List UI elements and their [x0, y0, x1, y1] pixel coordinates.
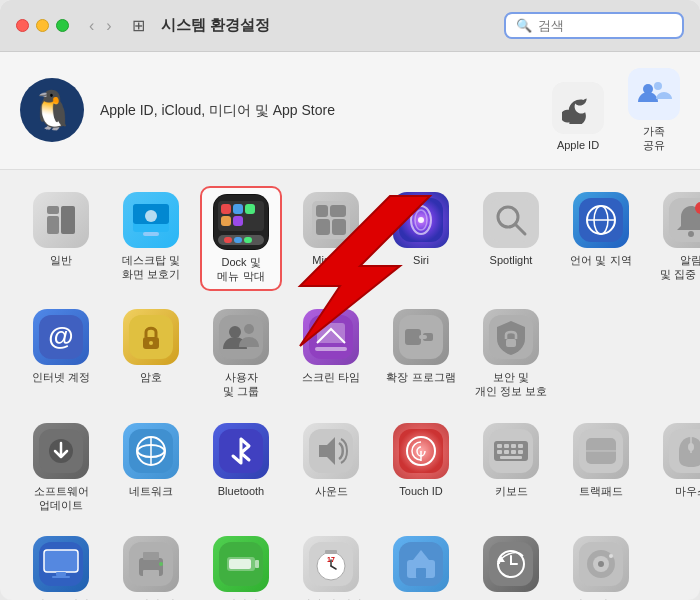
- display-icon: [33, 536, 89, 592]
- software-icon: [33, 423, 89, 479]
- svg-rect-19: [244, 237, 252, 243]
- svg-rect-101: [325, 550, 337, 554]
- sidebar-item-user[interactable]: 사용자및 그룹: [200, 303, 282, 405]
- siri-icon: [393, 192, 449, 248]
- mission-label: MissionControl: [312, 253, 349, 282]
- svg-rect-22: [330, 205, 346, 217]
- sidebar-item-touchid[interactable]: Touch ID: [380, 417, 462, 519]
- datetime-icon: 17: [303, 536, 359, 592]
- touchid-icon: [393, 423, 449, 479]
- minimize-button[interactable]: [36, 19, 49, 32]
- notification-icon: !: [663, 192, 700, 248]
- sidebar-item-siri[interactable]: Siri: [380, 186, 462, 292]
- svg-point-84: [688, 443, 694, 451]
- avatar: 🐧: [20, 78, 84, 142]
- sidebar-item-extension[interactable]: 확장 프로그램: [380, 303, 462, 405]
- sidebar-item-notification[interactable]: ! 알림및 집중 모드: [650, 186, 700, 292]
- password-icon: [123, 309, 179, 365]
- sidebar-item-sharing[interactable]: 공유: [380, 530, 462, 600]
- svg-rect-54: [405, 329, 421, 345]
- sidebar-item-datetime[interactable]: 17 날짜 및 시간: [290, 530, 372, 600]
- sidebar-item-screentime[interactable]: 스크린 타임: [290, 303, 372, 405]
- profile-section[interactable]: 🐧 Apple ID, iCloud, 미디어 및 App Store Appl…: [0, 52, 700, 170]
- sidebar-item-bluetooth[interactable]: Bluetooth: [200, 417, 282, 519]
- sidebar-item-timemachine[interactable]: TimeMachine: [470, 530, 552, 600]
- apple-id-icon: [552, 82, 604, 134]
- apple-id-item[interactable]: Apple ID: [552, 82, 604, 152]
- system-preferences-window: ‹ › ⊞ 시스템 환경설정 🔍 🐧 Apple ID, iCloud, 미디어…: [0, 0, 700, 600]
- sidebar-item-display[interactable]: 디스플레이: [20, 530, 102, 600]
- touchid-label: Touch ID: [399, 484, 442, 498]
- svg-rect-3: [47, 216, 59, 234]
- keyboard-icon: [483, 423, 539, 479]
- svg-rect-92: [143, 570, 159, 578]
- svg-rect-21: [316, 205, 328, 217]
- sidebar-item-language[interactable]: 언어 및 지역: [560, 186, 642, 292]
- svg-rect-76: [511, 450, 516, 454]
- sidebar-item-general[interactable]: 일반: [20, 186, 102, 292]
- svg-rect-17: [224, 237, 232, 243]
- svg-rect-97: [229, 559, 251, 569]
- language-label: 언어 및 지역: [570, 253, 631, 267]
- apple-id-label: Apple ID: [557, 138, 599, 152]
- dock-icon: [213, 194, 269, 250]
- sidebar-item-keyboard[interactable]: 키보드: [470, 417, 552, 519]
- profile-icons-row: Apple ID 가족공유: [552, 68, 680, 153]
- row-4: 디스플레이 프린터 및스캐너: [20, 530, 680, 600]
- row-2: @ 인터넷 계정 암호: [20, 303, 680, 405]
- dock-label: Dock 및메뉴 막대: [217, 255, 264, 284]
- window-title: 시스템 환경설정: [161, 16, 492, 35]
- sidebar-item-trackpad[interactable]: 트랙패드: [560, 417, 642, 519]
- sidebar-item-mission[interactable]: MissionControl: [290, 186, 372, 292]
- close-button[interactable]: [16, 19, 29, 32]
- trackpad-icon: [573, 423, 629, 479]
- sidebar-item-privacy[interactable]: 보안 및개인 정보 보호: [470, 303, 552, 405]
- software-label: 소프트웨어업데이트: [34, 484, 89, 513]
- timemachine-icon: [483, 536, 539, 592]
- sidebar-item-printer[interactable]: 프린터 및스캐너: [110, 530, 192, 600]
- svg-rect-2: [47, 206, 59, 214]
- svg-rect-13: [245, 204, 255, 214]
- maximize-button[interactable]: [56, 19, 69, 32]
- spotlight-icon: [483, 192, 539, 248]
- sidebar-item-disk[interactable]: 시동 디스크: [560, 530, 642, 600]
- battery-icon: [213, 536, 269, 592]
- sidebar-item-sound[interactable]: 사운드: [290, 417, 372, 519]
- svg-rect-29: [489, 198, 533, 242]
- forward-button[interactable]: ›: [102, 15, 115, 37]
- general-icon: [33, 192, 89, 248]
- sidebar-item-spotlight[interactable]: Spotlight: [470, 186, 552, 292]
- sidebar-item-desktop[interactable]: 데스크탑 및화면 보호기: [110, 186, 192, 292]
- svg-rect-56: [419, 335, 427, 339]
- sidebar-item-network[interactable]: 네트워크: [110, 417, 192, 519]
- sidebar-item-mouse[interactable]: 마우스: [650, 417, 700, 519]
- svg-rect-47: [219, 315, 263, 359]
- privacy-label: 보안 및개인 정보 보호: [475, 370, 547, 399]
- sidebar-item-dock[interactable]: Dock 및메뉴 막대: [200, 186, 282, 292]
- language-icon: [573, 192, 629, 248]
- search-box[interactable]: 🔍: [504, 12, 684, 39]
- svg-point-7: [145, 210, 157, 222]
- search-input[interactable]: [538, 18, 658, 33]
- back-button[interactable]: ‹: [85, 15, 98, 37]
- svg-rect-78: [500, 456, 522, 459]
- svg-rect-74: [497, 450, 502, 454]
- svg-rect-58: [506, 339, 516, 347]
- sidebar-item-battery[interactable]: 배터리: [200, 530, 282, 600]
- svg-text:@: @: [48, 321, 73, 351]
- sidebar-item-software[interactable]: 소프트웨어업데이트: [20, 417, 102, 519]
- row-3: 소프트웨어업데이트 네트워크: [20, 417, 680, 519]
- mouse-icon: [663, 423, 700, 479]
- svg-point-28: [418, 217, 424, 223]
- sharing-icon: [393, 536, 449, 592]
- svg-rect-11: [221, 204, 231, 214]
- bluetooth-label: Bluetooth: [218, 484, 264, 498]
- family-share-item[interactable]: 가족공유: [628, 68, 680, 153]
- network-label: 네트워크: [129, 484, 173, 498]
- svg-point-114: [598, 561, 604, 567]
- general-label: 일반: [50, 253, 72, 267]
- user-label: 사용자및 그룹: [223, 370, 259, 399]
- sidebar-item-password[interactable]: 암호: [110, 303, 192, 405]
- search-icon: 🔍: [516, 18, 532, 33]
- sidebar-item-internet[interactable]: @ 인터넷 계정: [20, 303, 102, 405]
